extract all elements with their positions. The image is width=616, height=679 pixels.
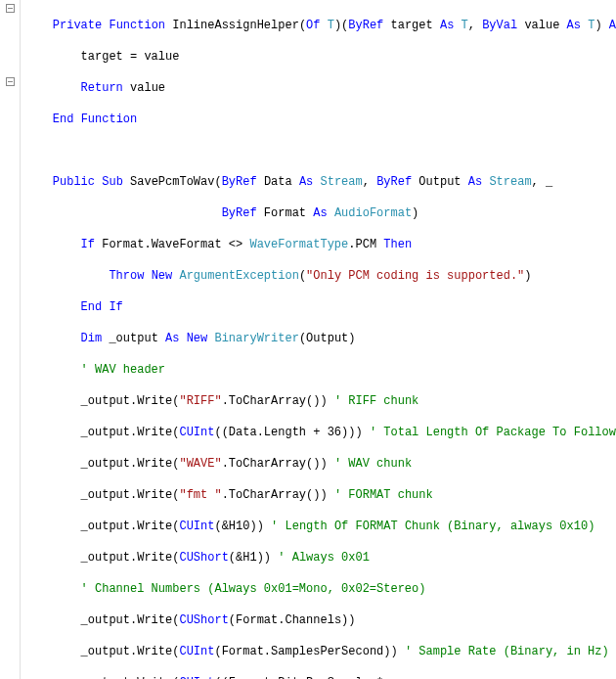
code-line: _output.Write(CUShort(Format.Channels)) <box>24 612 616 628</box>
code-line: Throw New ArgumentException("Only PCM co… <box>24 268 616 284</box>
code-line: target = value <box>24 49 616 65</box>
code-line: ' WAV header <box>24 362 616 378</box>
fold-toggle[interactable] <box>6 4 15 13</box>
code-area[interactable]: Private Function InlineAssignHelper(Of T… <box>21 0 616 679</box>
code-line: _output.Write(CUInt(&H10)) ' Length Of F… <box>24 519 616 534</box>
code-line: ' Channel Numbers (Always 0x01=Mono, 0x0… <box>24 581 616 597</box>
code-editor: Private Function InlineAssignHelper(Of T… <box>0 0 616 679</box>
code-line: Public Sub SavePcmToWav(ByRef Data As St… <box>24 174 616 190</box>
code-line: _output.Write(CUInt((Format.BitsPerSampl… <box>24 675 616 679</box>
code-line: _output.Write(CUShort(&H1)) ' Always 0x0… <box>24 550 616 566</box>
code-line: If Format.WaveFormat <> WaveFormatType.P… <box>24 237 616 252</box>
code-line: ByRef Format As AudioFormat) <box>24 205 616 221</box>
code-line: _output.Write(CUInt(Format.SamplesPerSec… <box>24 644 616 659</box>
fold-toggle[interactable] <box>6 77 15 86</box>
code-line: End If <box>24 299 616 315</box>
code-line: _output.Write(CUInt((Data.Length + 36)))… <box>24 425 616 440</box>
blank-line <box>24 143 616 158</box>
code-line: _output.Write("RIFF".ToCharArray()) ' RI… <box>24 393 616 409</box>
code-line: Private Function InlineAssignHelper(Of T… <box>24 18 616 33</box>
code-line: Return value <box>24 80 616 96</box>
code-line: _output.Write("WAVE".ToCharArray()) ' WA… <box>24 456 616 472</box>
code-line: End Function <box>24 112 616 127</box>
fold-gutter <box>0 0 21 679</box>
code-line: _output.Write("fmt ".ToCharArray()) ' FO… <box>24 487 616 503</box>
code-line: Dim _output As New BinaryWriter(Output) <box>24 331 616 346</box>
